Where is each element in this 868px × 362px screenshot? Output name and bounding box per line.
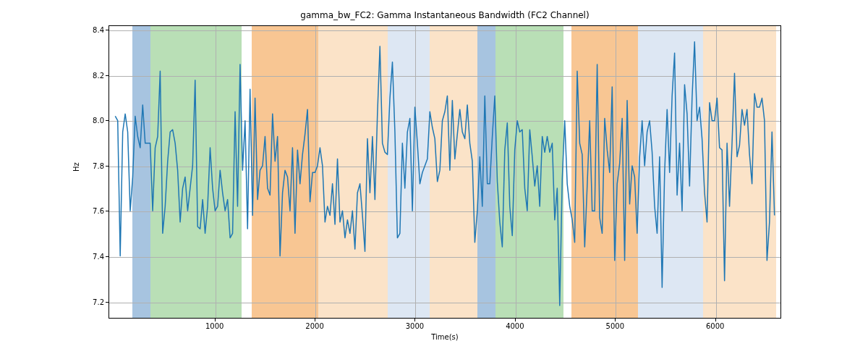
x-tick-mark	[515, 319, 516, 321]
x-axis-label: Time(s)	[109, 333, 781, 341]
y-tick-mark	[106, 211, 109, 211]
y-tick-label: 8.2	[88, 71, 104, 79]
y-tick-label: 7.4	[88, 252, 104, 260]
y-tick-label: 7.2	[88, 298, 104, 306]
y-tick-mark	[106, 302, 109, 303]
x-tick-mark	[315, 319, 315, 321]
y-tick-mark	[106, 120, 109, 121]
x-tick-mark	[615, 319, 616, 321]
y-tick-mark	[106, 256, 109, 257]
data-line	[109, 26, 780, 318]
x-tick-label: 2000	[305, 322, 323, 330]
chart-title: gamma_bw_FC2: Gamma Instantaneous Bandwi…	[109, 10, 781, 20]
y-tick-label: 8.4	[88, 26, 104, 34]
y-tick-mark	[106, 30, 109, 30]
x-tick-mark	[414, 319, 415, 321]
y-tick-label: 8.0	[88, 117, 104, 125]
x-tick-label: 1000	[205, 322, 224, 330]
x-tick-label: 6000	[706, 322, 724, 330]
y-tick-label: 7.6	[88, 207, 104, 215]
y-tick-mark	[106, 75, 109, 76]
figure: gamma_bw_FC2: Gamma Instantaneous Bandwi…	[0, 0, 868, 362]
x-tick-label: 3000	[406, 322, 424, 330]
x-tick-mark	[215, 319, 216, 321]
x-tick-label: 5000	[606, 322, 624, 330]
x-tick-mark	[715, 319, 716, 321]
plot-area	[109, 25, 781, 319]
y-tick-label: 7.8	[88, 161, 104, 169]
y-tick-mark	[106, 166, 109, 167]
x-tick-label: 4000	[506, 322, 524, 330]
